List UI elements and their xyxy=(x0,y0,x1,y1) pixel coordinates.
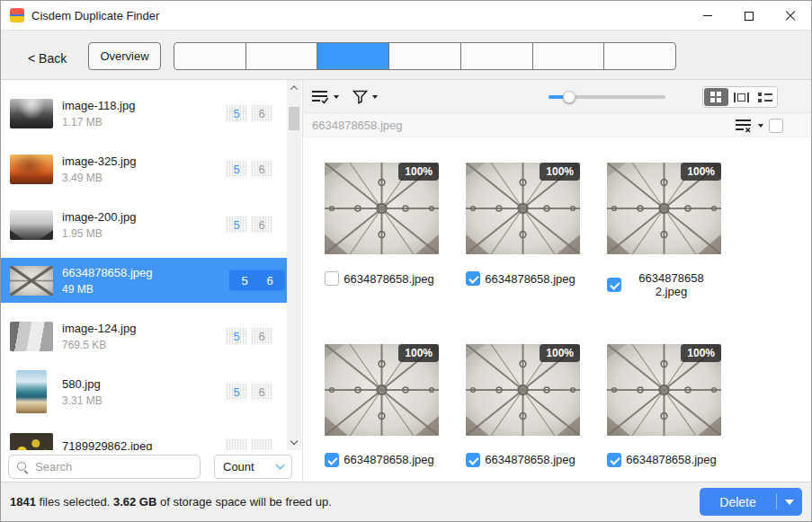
similarity-badge: 100% xyxy=(681,344,721,362)
card-meta: 6634878658.jpeg xyxy=(325,453,439,467)
category-tab[interactable] xyxy=(174,43,245,69)
filter-button[interactable] xyxy=(352,80,378,113)
file-meta: 580.jpg 3.31 MB xyxy=(62,377,103,407)
results-panel: 6634878658.jpeg xyxy=(302,80,811,483)
file-thumbnail xyxy=(10,210,53,240)
caret-down-icon xyxy=(372,95,378,99)
close-button[interactable] xyxy=(770,1,811,31)
file-meta: image-118.jpg 1.17 MB xyxy=(62,99,135,128)
status-text: 1841 files selected. 3.62 GB of storage … xyxy=(10,495,332,509)
duplicate-group-row[interactable]: 6634878658.jpeg 49 MB 5 6 xyxy=(1,258,287,303)
list-view-icon xyxy=(758,93,772,102)
view-mode-list-button[interactable] xyxy=(753,87,777,107)
delete-button[interactable]: Delete xyxy=(700,488,802,516)
file-name: 580.jpg xyxy=(62,377,103,391)
scroll-up-button[interactable] xyxy=(287,81,301,94)
chevron-down-icon xyxy=(276,461,285,470)
duplicate-image[interactable]: 100% xyxy=(607,344,721,436)
file-size: 1.95 MB xyxy=(62,227,136,240)
delete-button-label: Delete xyxy=(700,495,776,509)
zoom-slider[interactable] xyxy=(549,95,665,99)
duplicate-group-row[interactable]: image-325.jpg 3.49 MB 5 6 xyxy=(1,146,287,191)
duplicate-image[interactable]: 100% xyxy=(325,344,439,436)
uncheck-list-icon[interactable] xyxy=(736,119,753,133)
scroll-down-button[interactable] xyxy=(287,436,301,449)
card-filename: 6634878658 2.jpeg xyxy=(621,271,721,298)
card-checkbox[interactable] xyxy=(466,453,480,467)
freed-space-size: 3.62 GB xyxy=(113,495,156,509)
duplicate-card: 100% 6634878658.jpeg xyxy=(325,344,439,484)
view-mode-carousel-button[interactable] xyxy=(729,87,754,107)
minimize-button[interactable] xyxy=(687,1,728,31)
card-checkbox[interactable] xyxy=(607,453,621,467)
file-thumbnail-wrap xyxy=(10,155,53,184)
file-name: image-200.jpg xyxy=(62,210,136,224)
card-checkbox[interactable] xyxy=(466,271,480,286)
title-bar: Cisdem Duplicate Finder xyxy=(1,1,811,31)
overview-button[interactable]: Overview xyxy=(88,42,161,70)
card-checkbox[interactable] xyxy=(325,271,339,286)
select-list-icon xyxy=(312,90,329,104)
minimize-icon xyxy=(703,15,712,16)
duplicate-group-row[interactable]: image-118.jpg 1.17 MB 5 6 xyxy=(1,91,287,136)
category-tab[interactable] xyxy=(388,43,460,69)
card-filename: 6634878658.jpeg xyxy=(339,453,439,466)
file-name: image-124.jpg xyxy=(62,322,136,335)
file-thumbnail-wrap xyxy=(10,266,53,296)
delete-dropdown-button[interactable] xyxy=(777,500,802,505)
file-meta: image-200.jpg 1.95 MB xyxy=(62,210,136,240)
category-tab[interactable] xyxy=(245,43,317,69)
card-checkbox[interactable] xyxy=(607,278,621,292)
window-title: Cisdem Duplicate Finder xyxy=(31,9,159,22)
select-menu-button[interactable] xyxy=(312,80,339,113)
card-meta: 6634878658.jpeg xyxy=(325,271,439,286)
duplicate-image[interactable]: 100% xyxy=(325,163,439,254)
category-tab[interactable] xyxy=(460,43,532,69)
group-title: 6634878658.jpeg xyxy=(312,119,403,132)
back-button[interactable]: < Back xyxy=(28,51,67,66)
sort-select[interactable]: Count xyxy=(214,455,292,479)
count-badges: 5 6 xyxy=(226,105,272,122)
file-name: 7189929862.jpeg xyxy=(62,439,153,451)
selected-count-badge: 5 xyxy=(226,161,247,178)
duplicate-grid: 100% 6634878658.jpeg xyxy=(303,137,811,483)
caret-down-icon xyxy=(785,500,794,505)
group-header-actions xyxy=(736,113,783,137)
duplicate-image[interactable]: 100% xyxy=(607,163,721,254)
sidebar-scrollbar[interactable] xyxy=(287,80,301,450)
file-size: 3.49 MB xyxy=(62,172,136,184)
category-tab[interactable] xyxy=(317,43,388,69)
scrollbar-thumb[interactable] xyxy=(289,107,299,130)
file-meta: 6634878658.jpeg 49 MB xyxy=(62,266,153,296)
card-checkbox[interactable] xyxy=(325,453,339,467)
card-filename: 6634878658.jpeg xyxy=(480,272,580,286)
zoom-slider-thumb[interactable] xyxy=(563,91,576,103)
file-name: image-325.jpg xyxy=(62,155,136,168)
file-size: 1.17 MB xyxy=(62,116,135,128)
view-mode-grid-button[interactable] xyxy=(704,88,728,106)
group-select-all-checkbox[interactable] xyxy=(769,119,783,133)
file-meta: image-124.jpg 769.5 KB xyxy=(62,322,136,351)
count-badges: 5 6 xyxy=(226,384,272,401)
duplicate-image[interactable]: 100% xyxy=(466,344,580,436)
duplicate-group-row[interactable]: image-200.jpg 1.95 MB 5 6 xyxy=(1,202,287,247)
duplicate-group-row[interactable]: image-124.jpg 769.5 KB 5 6 xyxy=(1,314,287,358)
caret-down-icon xyxy=(758,124,763,128)
maximize-button[interactable] xyxy=(728,1,770,31)
card-meta: 6634878658 2.jpeg xyxy=(607,271,721,298)
selected-count-badge: 5 xyxy=(234,272,255,289)
file-thumbnail-wrap xyxy=(10,370,53,413)
search-input[interactable] xyxy=(35,460,179,473)
similarity-badge: 100% xyxy=(398,163,439,181)
category-tab[interactable] xyxy=(532,43,604,69)
chevron-up-icon xyxy=(290,85,298,93)
duplicate-group-row[interactable]: 7189929862.jpeg xyxy=(1,425,287,450)
total-count-badge: 6 xyxy=(251,217,272,234)
selected-count-badge: 5 xyxy=(226,328,247,345)
count-badges: 5 6 xyxy=(226,217,272,234)
duplicate-image[interactable]: 100% xyxy=(466,163,580,254)
category-tab[interactable] xyxy=(603,43,675,69)
grid-view-icon xyxy=(710,92,721,102)
app-window: Cisdem Duplicate Finder < Back Overview … xyxy=(0,0,812,522)
duplicate-group-row[interactable]: 580.jpg 3.31 MB 5 6 xyxy=(1,369,287,414)
